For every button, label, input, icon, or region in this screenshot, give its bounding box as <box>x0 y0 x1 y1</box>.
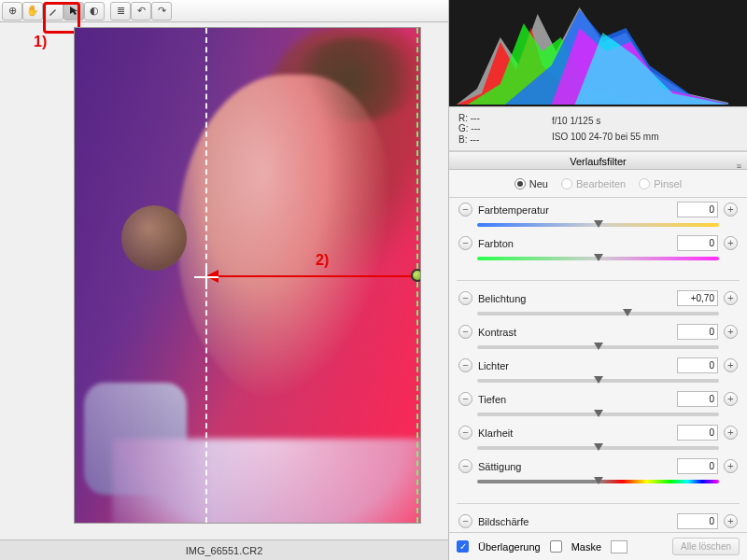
slider-row-high: −Lichter+ <box>449 354 747 387</box>
slider-label-clar: Klarheit <box>472 427 677 439</box>
slider-row-tint: −Farbton+ <box>449 231 747 274</box>
slider-label-sharp: Bildschärfe <box>472 516 677 527</box>
slider-thumb-sat[interactable] <box>594 477 603 486</box>
slider-value-high[interactable] <box>677 357 718 373</box>
slider-value-exp[interactable] <box>677 290 718 306</box>
slider-track-contr[interactable] <box>477 343 719 352</box>
slider-row-temp: −Farbtemperatur+ <box>449 198 747 231</box>
minus-button-sharp[interactable]: − <box>458 514 472 528</box>
slider-thumb-shad[interactable] <box>594 410 603 419</box>
minus-button-exp[interactable]: − <box>458 291 472 305</box>
slider-thumb-exp[interactable] <box>623 309 632 318</box>
slider-label-contr: Kontrast <box>472 327 677 338</box>
minus-button-sat[interactable]: − <box>458 459 472 473</box>
plus-button-shad[interactable]: + <box>724 392 738 406</box>
slider-thumb-high[interactable] <box>594 376 603 385</box>
mask-color-swatch[interactable] <box>611 540 627 553</box>
slider-track-sat[interactable] <box>477 477 719 486</box>
annotation-label-2: 2) <box>316 252 329 269</box>
slider-label-high: Lichter <box>472 360 677 371</box>
slider-thumb-temp[interactable] <box>594 220 603 230</box>
slider-row-clar: −Klarheit+ <box>449 421 747 455</box>
minus-button-shad[interactable]: − <box>458 392 472 406</box>
tool-hand[interactable]: ✋ <box>22 2 43 21</box>
mode-neu-label: Neu <box>529 178 548 189</box>
tool-rotate-ccw[interactable]: ↶ <box>131 2 151 21</box>
gradient-target-handle[interactable] <box>194 265 218 289</box>
slider-row-sat: −Sättigung+ <box>449 455 747 497</box>
slider-thumb-tint[interactable] <box>594 254 603 263</box>
slider-label-tint: Farbton <box>472 238 677 249</box>
slider-label-sat: Sättigung <box>472 461 677 472</box>
mode-bearbeiten[interactable]: Bearbeiten <box>561 178 626 189</box>
minus-button-temp[interactable]: − <box>458 203 472 217</box>
plus-button-tint[interactable]: + <box>724 236 738 250</box>
readout-b: B: --- <box>458 134 524 145</box>
histogram-svg <box>449 0 747 106</box>
readout-r: R: --- <box>458 113 524 123</box>
slider-label-exp: Belichtung <box>472 293 677 304</box>
slider-label-temp: Farbtemperatur <box>472 204 677 216</box>
mode-row: Neu Bearbeiten Pinsel <box>449 170 747 198</box>
left-toolbar: ⊕ ✋ ◐ ≣ ↶ ↷ <box>0 0 448 22</box>
slider-value-sharp[interactable] <box>677 513 718 529</box>
readout-g: G: --- <box>458 123 524 133</box>
filename-bar: IMG_66551.CR2 <box>0 539 448 560</box>
minus-button-tint[interactable]: − <box>458 236 472 250</box>
minus-button-high[interactable]: − <box>458 358 472 372</box>
annotation-arrow-2 <box>205 275 418 277</box>
slider-track-clar[interactable] <box>477 443 719 453</box>
tool-zoom[interactable]: ⊕ <box>2 2 22 21</box>
slider-value-shad[interactable] <box>677 391 718 407</box>
mode-bearbeiten-label: Bearbeiten <box>576 178 626 189</box>
slider-row-exp: −Belichtung+ <box>449 287 747 320</box>
image-panel: ⊕ ✋ ◐ ≣ ↶ ↷ 1) 2) IMG_66551.CR2 <box>0 0 448 560</box>
slider-label-shad: Tiefen <box>472 394 677 405</box>
slider-thumb-clar[interactable] <box>594 443 603 453</box>
slider-value-contr[interactable] <box>677 324 718 340</box>
slider-value-clar[interactable] <box>677 425 718 441</box>
tool-rotate[interactable]: ◐ <box>84 2 105 21</box>
panel-header[interactable]: Verlaufsfilter ≡ <box>449 151 747 170</box>
slider-track-high[interactable] <box>477 376 719 385</box>
image-preview[interactable]: 2) <box>75 28 420 523</box>
tool-eyedropper[interactable] <box>43 2 63 21</box>
tool-selected[interactable] <box>63 2 84 21</box>
plus-button-exp[interactable]: + <box>724 291 738 305</box>
plus-button-clar[interactable]: + <box>724 426 738 440</box>
sliders-list[interactable]: −Farbtemperatur+−Farbton+−Belichtung+−Ko… <box>449 198 747 532</box>
slider-track-shad[interactable] <box>477 410 719 419</box>
mask-checkbox[interactable] <box>550 540 562 553</box>
plus-button-sharp[interactable]: + <box>724 514 738 528</box>
plus-button-sat[interactable]: + <box>724 459 738 473</box>
slider-group-separator <box>457 503 740 504</box>
plus-button-temp[interactable]: + <box>724 203 738 217</box>
exif-readout: R: --- G: --- B: --- f/10 1/125 s ISO 10… <box>449 106 747 151</box>
minus-button-contr[interactable]: − <box>458 325 472 339</box>
slider-thumb-contr[interactable] <box>594 343 603 352</box>
panel-menu-icon[interactable]: ≡ <box>737 157 741 175</box>
panel-footer: ✓ Überlagerung Maske Alle löschen <box>449 532 747 560</box>
overlay-label: Überlagerung <box>478 541 541 553</box>
mode-neu[interactable]: Neu <box>514 178 548 189</box>
slider-track-tint[interactable] <box>477 254 719 263</box>
tool-list[interactable]: ≣ <box>110 2 131 21</box>
slider-value-sat[interactable] <box>677 458 718 474</box>
readout-iso-lens: ISO 100 24-70 bei 55 mm <box>552 130 659 145</box>
clear-all-button[interactable]: Alle löschen <box>672 538 740 555</box>
slider-value-temp[interactable] <box>677 202 718 217</box>
tool-rotate-cw[interactable]: ↷ <box>151 2 172 21</box>
plus-button-high[interactable]: + <box>724 358 738 372</box>
minus-button-clar[interactable]: − <box>458 426 472 440</box>
plus-button-contr[interactable]: + <box>724 325 738 339</box>
slider-row-sharp: −Bildschärfe+ <box>449 510 747 532</box>
slider-track-exp[interactable] <box>477 309 719 318</box>
annotation-label-1: 1) <box>34 34 47 50</box>
slider-value-tint[interactable] <box>677 235 718 251</box>
gradient-origin-handle[interactable] <box>411 269 420 282</box>
mode-pinsel[interactable]: Pinsel <box>639 178 682 189</box>
mode-pinsel-label: Pinsel <box>654 178 682 189</box>
overlay-checkbox[interactable]: ✓ <box>457 540 469 553</box>
histogram[interactable] <box>449 0 747 106</box>
slider-track-temp[interactable] <box>477 220 719 230</box>
